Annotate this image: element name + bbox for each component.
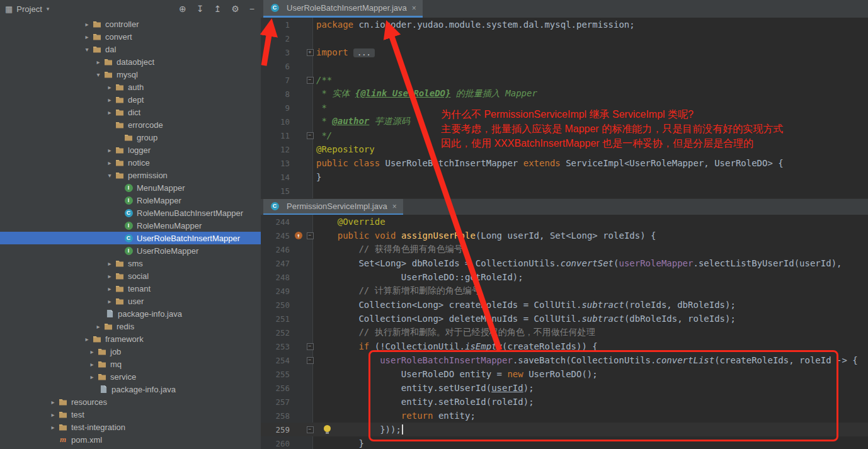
chevron-right-icon[interactable]: ▸	[105, 109, 115, 116]
code-line-text[interactable]: userRoleBatchInsertMapper.saveBatch(Coll…	[315, 355, 858, 365]
chevron-down-icon[interactable]: ▾	[105, 172, 115, 179]
fold-minus-icon[interactable]: −	[307, 357, 314, 364]
code-line-text[interactable]: }	[315, 438, 364, 448]
chevron-right-icon[interactable]: ▸	[105, 84, 115, 91]
overrides-icon[interactable]: ↑	[295, 232, 302, 239]
tree-item-dict[interactable]: ▸dict	[0, 106, 261, 118]
tree-item-pom-xml[interactable]: mpom.xml	[0, 433, 261, 446]
code-line-text[interactable]: import ...	[315, 47, 375, 57]
code-line-text[interactable]: // 计算新增和删除的角色编号	[315, 285, 481, 297]
tree-item-tenant[interactable]: ▸tenant	[0, 282, 261, 295]
tree-item-permission[interactable]: ▾permission	[0, 169, 261, 181]
chevron-right-icon[interactable]: ▸	[82, 21, 92, 28]
code-line-text[interactable]: Set<Long> dbRoleIds = CollectionUtils.co…	[315, 258, 842, 268]
fold-minus-icon[interactable]: −	[307, 132, 314, 139]
tree-item-errorcode[interactable]: errorcode	[0, 118, 261, 131]
chevron-right-icon[interactable]: ▸	[87, 361, 97, 368]
tree-item-dal[interactable]: ▾dal	[0, 43, 261, 55]
chevron-right-icon[interactable]: ▸	[105, 298, 115, 305]
code-line-text[interactable]: * 实体 {@link UserRoleDO} 的批量插入 Mapper	[315, 88, 537, 99]
collapse-all-icon[interactable]: ↥	[214, 4, 222, 14]
code-line-text[interactable]: package cn.iocoder.yudao.module.system.d…	[315, 20, 635, 30]
tree-item-sms[interactable]: ▸sms	[0, 257, 261, 270]
tree-item-user[interactable]: ▸user	[0, 295, 261, 307]
code-line-text[interactable]: */	[315, 130, 332, 140]
tree-item-userrolemapper[interactable]: IUserRoleMapper	[0, 244, 261, 257]
close-icon[interactable]: ×	[392, 202, 397, 211]
tree-item-notice[interactable]: ▸notice	[0, 156, 261, 169]
tab-userrolebatchinsertmapper[interactable]: C UserRoleBatchInsertMapper.java ×	[263, 0, 423, 18]
code-line-text[interactable]: UserRoleDO::getRoleId);	[315, 272, 523, 282]
tree-item-redis[interactable]: ▸redis	[0, 320, 261, 332]
code-line-text[interactable]: // 执行新增和删除。对于已经授权的角色，不用做任何处理	[315, 327, 595, 338]
chevron-right-icon[interactable]: ▸	[48, 399, 58, 406]
tree-item-mq[interactable]: ▸mq	[0, 358, 261, 370]
editor-permissionserviceimpl[interactable]: 244 @Override245↑− public void assignUse…	[261, 215, 868, 449]
tree-item-controller[interactable]: ▸controller	[0, 18, 261, 30]
chevron-right-icon[interactable]: ▸	[105, 147, 115, 154]
chevron-right-icon[interactable]: ▸	[82, 336, 92, 343]
project-panel-title[interactable]: Project	[16, 4, 42, 14]
code-line-text[interactable]: // 获得角色拥有角色编号	[315, 244, 463, 255]
folded-region[interactable]: ...	[353, 48, 375, 57]
code-line-text[interactable]: Collection<Long> createRoleIds = CollUti…	[315, 300, 736, 310]
tree-item-menumapper[interactable]: IMenuMapper	[0, 181, 261, 194]
code-line-text[interactable]: Collection<Long> deleteMenuIds = CollUti…	[315, 314, 736, 324]
chevron-right-icon[interactable]: ▸	[87, 348, 97, 355]
chevron-right-icon[interactable]: ▸	[105, 159, 115, 166]
hide-panel-icon[interactable]: −	[249, 4, 254, 14]
tree-item-dept[interactable]: ▸dept	[0, 93, 261, 106]
chevron-down-icon[interactable]: ▾	[93, 71, 103, 78]
fold-minus-icon[interactable]: −	[307, 343, 314, 350]
chevron-down-icon[interactable]: ▾	[82, 46, 92, 53]
chevron-right-icon[interactable]: ▸	[93, 59, 103, 65]
code-line-text[interactable]: entity.setRoleId(roleId);	[315, 397, 534, 407]
tree-item-rolemenubatchinsertmapper[interactable]: CRoleMenuBatchInsertMapper	[0, 207, 261, 219]
tree-item-group[interactable]: group	[0, 131, 261, 144]
tree-item-auth[interactable]: ▸auth	[0, 81, 261, 93]
tree-item-resources[interactable]: ▸resources	[0, 395, 261, 408]
chevron-right-icon[interactable]: ▸	[105, 273, 115, 280]
tree-item-rolemapper[interactable]: IRoleMapper	[0, 194, 261, 207]
fold-minus-icon[interactable]: −	[307, 232, 314, 239]
tree-item-logger[interactable]: ▸logger	[0, 144, 261, 156]
chevron-right-icon[interactable]: ▸	[48, 411, 58, 418]
settings-gear-icon[interactable]: ⚙	[231, 4, 239, 14]
tree-item-rolemenumapper[interactable]: IRoleMenuMapper	[0, 219, 261, 232]
chevron-right-icon[interactable]: ▸	[105, 285, 115, 292]
tree-item-test[interactable]: ▸test	[0, 408, 261, 421]
tree-item-mysql[interactable]: ▾mysql	[0, 68, 261, 81]
code-line-text[interactable]: UserRoleDO entity = new UserRoleDO();	[315, 369, 598, 379]
tree-item-social[interactable]: ▸social	[0, 270, 261, 282]
editor-userrolebatchinsertmapper[interactable]: 1package cn.iocoder.yudao.module.system.…	[261, 18, 868, 198]
fold-plus-icon[interactable]: +	[307, 49, 314, 56]
code-line-text[interactable]: @Override	[315, 217, 385, 227]
tree-item-package-info-java[interactable]: package-info.java	[0, 307, 261, 320]
code-line-text[interactable]: public void assignUserRole(Long userId, …	[315, 230, 656, 241]
chevron-right-icon[interactable]: ▸	[93, 323, 103, 330]
expand-all-icon[interactable]: ↧	[197, 4, 204, 14]
chevron-right-icon[interactable]: ▸	[105, 260, 115, 267]
tab-permissionserviceimpl[interactable]: C PermissionServiceImpl.java ×	[263, 199, 403, 215]
tree-item-userrolebatchinsertmapper[interactable]: CUserRoleBatchInsertMapper	[0, 232, 261, 244]
tree-item-job[interactable]: ▸job	[0, 345, 261, 358]
fold-minus-icon[interactable]: −	[307, 426, 314, 433]
chevron-right-icon[interactable]: ▸	[48, 424, 58, 431]
code-line-text[interactable]: /**	[315, 75, 332, 85]
code-line-text[interactable]: * @author 芋道源码	[315, 116, 410, 127]
tree-item-convert[interactable]: ▸convert	[0, 30, 261, 43]
tree-item-service[interactable]: ▸service	[0, 370, 261, 383]
code-line-text[interactable]: entity.setUserId(userId);	[315, 383, 534, 393]
intention-bulb-icon[interactable]	[324, 425, 331, 432]
chevron-down-icon[interactable]: ▾	[47, 6, 50, 12]
chevron-right-icon[interactable]: ▸	[105, 96, 115, 103]
tree-item-dataobject[interactable]: ▸dataobject	[0, 55, 261, 68]
tree-item-framework[interactable]: ▸framework	[0, 332, 261, 345]
locate-file-icon[interactable]: ⊕	[179, 4, 186, 14]
code-line-text[interactable]: }	[315, 172, 321, 182]
fold-minus-icon[interactable]: −	[307, 77, 314, 84]
chevron-right-icon[interactable]: ▸	[82, 33, 92, 40]
tree-item-test-integration[interactable]: ▸test-integration	[0, 421, 261, 433]
code-line-text[interactable]: @Repository	[315, 144, 375, 154]
chevron-right-icon[interactable]: ▸	[87, 373, 97, 380]
